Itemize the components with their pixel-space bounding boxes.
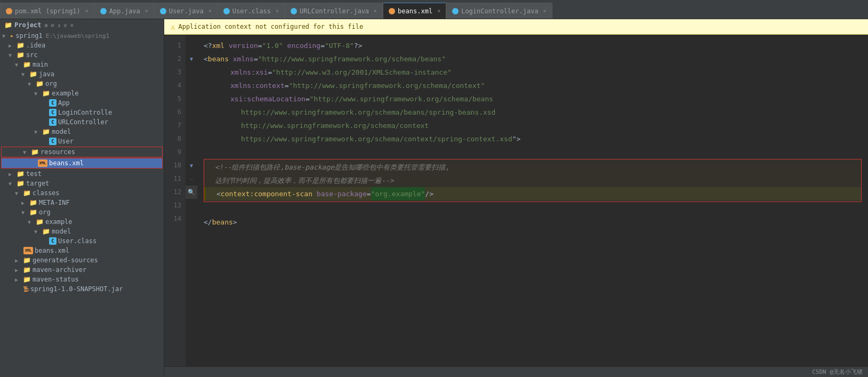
- tab-beans[interactable]: beans.xml ×: [383, 3, 446, 19]
- tab-login[interactable]: LoginController.java ×: [446, 3, 552, 19]
- folder-main-icon: 📁: [23, 61, 31, 68]
- tree-example-label: example: [52, 90, 79, 97]
- tree-item-src[interactable]: ▼ 📁 src: [0, 50, 164, 60]
- tree-target-label: target: [26, 180, 49, 187]
- tab-app-label: App.java: [109, 7, 140, 15]
- tree-arrow-model2: ▼: [34, 229, 41, 235]
- tree-item-beans-xml[interactable]: XML beans.xml: [1, 158, 163, 169]
- tree-spring1-label: spring1: [15, 32, 43, 39]
- tree-item-logincontroller[interactable]: C LoginControlle: [0, 108, 164, 117]
- code-line-12: <context:component-scan base-package="or…: [204, 187, 861, 200]
- tab-beans-label: beans.xml: [398, 7, 432, 15]
- folder-org2-icon: 📁: [29, 208, 37, 216]
- tree-item-java[interactable]: ▼ 📁 java: [0, 69, 164, 79]
- tree-item-spring1[interactable]: ▼ ▸ spring1 E:\javaweb\spring1: [0, 31, 164, 41]
- tree-maven-archiver-label: maven-archiver: [33, 266, 86, 274]
- tree-item-classes[interactable]: ▼ 📁 classes: [0, 188, 164, 198]
- editor-area: ⚠ Application context not configured for…: [164, 19, 868, 377]
- gutter: ▼ ▼ – 🔍: [186, 35, 197, 366]
- beans-file-icon: XML: [38, 159, 47, 167]
- tree-item-resources[interactable]: ▼ 📁 resources: [1, 147, 163, 157]
- tree-item-user-class[interactable]: C User.class: [0, 236, 164, 246]
- tree-meta-inf-label: META-INF: [39, 199, 70, 206]
- tree-item-target[interactable]: ▼ 📁 target: [0, 179, 164, 188]
- tab-url-close[interactable]: ×: [374, 8, 377, 14]
- tree-generated-label: generated-sources: [33, 256, 98, 264]
- tab-beans-close[interactable]: ×: [437, 8, 440, 14]
- code-line-11: 达到节约时间，提高效率，而不是所有包都要扫描一遍-->: [204, 174, 861, 187]
- tree-beans-xml-label: beans.xml: [49, 159, 84, 167]
- folder-example2-icon: 📁: [36, 218, 44, 226]
- line-num-7: 7: [164, 119, 181, 132]
- gutter-5: [186, 92, 197, 106]
- tree-item-model[interactable]: ▼ 📁 model: [0, 127, 164, 137]
- folder-generated-icon: 📁: [23, 256, 31, 264]
- tree-item-app[interactable]: C App: [0, 98, 164, 108]
- tree-item-maven-status[interactable]: ▶ 📁 maven-status: [0, 275, 164, 284]
- tree-item-beans-xml2[interactable]: XML beans.xml: [0, 246, 164, 255]
- tree-item-idea[interactable]: ▶ 📁 .idea: [0, 41, 164, 50]
- tree-resources-label: resources: [41, 148, 75, 156]
- tree-spring1-path: E:\javaweb\spring1: [46, 33, 109, 39]
- tab-pom[interactable]: pom.xml (spring1) ×: [0, 3, 94, 19]
- beans2-file-icon: XML: [23, 247, 33, 254]
- folder-src-icon: 📁: [17, 51, 25, 59]
- gutter-12[interactable]: 🔍: [186, 186, 197, 199]
- line-num-6: 6: [164, 106, 181, 119]
- line-num-14: 14: [164, 212, 181, 226]
- tree-item-meta-inf[interactable]: ▶ 📁 META-INF: [0, 198, 164, 207]
- code-editor[interactable]: 1 2 3 4 5 6 7 8 9 10 11 12 13 14: [164, 35, 868, 366]
- tree-arrow-main: ▼: [15, 62, 21, 68]
- tree-arrow-idea: ▶: [9, 43, 15, 49]
- jar-file-icon: 🗜: [23, 286, 29, 293]
- tree-item-org2[interactable]: ▼ 📁 org: [0, 207, 164, 217]
- tab-app-close[interactable]: ×: [145, 8, 148, 14]
- tab-user-java-close[interactable]: ×: [208, 8, 212, 14]
- tree-beans-xml2-label: beans.xml: [35, 247, 69, 254]
- gutter-11[interactable]: –: [186, 172, 197, 186]
- tab-login-close[interactable]: ×: [543, 8, 546, 14]
- tree-arrow-maven-status: ▶: [15, 277, 21, 283]
- line-num-2: 2: [164, 52, 181, 66]
- tree-arrow-model: ▼: [34, 129, 41, 135]
- line-num-13: 13: [164, 199, 181, 212]
- tree-item-maven-archiver[interactable]: ▶ 📁 maven-archiver: [0, 265, 164, 275]
- gutter-9: [186, 146, 197, 159]
- gutter-10[interactable]: ▼: [186, 159, 197, 172]
- tree-item-example2[interactable]: ▼ 📁 example: [0, 217, 164, 227]
- tab-app[interactable]: App.java ×: [94, 3, 154, 19]
- tab-user-class[interactable]: User.class ×: [218, 3, 285, 19]
- tree-item-test[interactable]: ▶ 📁 test: [0, 169, 164, 179]
- sidebar-arrows[interactable]: ⊕ ⊖ ↕ ⚙ ×: [45, 22, 74, 28]
- tree-item-model2[interactable]: ▼ 📁 model: [0, 227, 164, 236]
- tree-item-example[interactable]: ▼ 📁 example: [0, 89, 164, 98]
- tree-item-user[interactable]: C User: [0, 137, 164, 146]
- tree-arrow-classes: ▼: [15, 190, 21, 196]
- tab-user-java[interactable]: User.java ×: [154, 3, 218, 19]
- tree-arrow-java: ▼: [21, 71, 28, 77]
- tree-classes-label: classes: [33, 189, 60, 197]
- tree-item-jar[interactable]: 🗜 spring1-1.0-SNAPSHOT.jar: [0, 284, 164, 294]
- code-content[interactable]: <?xml version="1.0" encoding="UTF-8"?> <…: [197, 35, 868, 366]
- gutter-2[interactable]: ▼: [186, 52, 197, 66]
- line-num-10: 10: [164, 159, 181, 172]
- watermark-text: CSDN @无名小飞猪: [812, 368, 863, 376]
- folder-maven-status-icon: 📁: [23, 276, 31, 283]
- folder-test-icon: 📁: [17, 170, 25, 178]
- line-num-1: 1: [164, 39, 181, 52]
- tree-item-urlcontroller[interactable]: C URLController: [0, 117, 164, 127]
- code-line-6: https://www.springframework.org/schema/b…: [204, 106, 862, 119]
- app-file-icon: C: [49, 99, 57, 107]
- tab-user-class-close[interactable]: ×: [276, 8, 279, 14]
- tree-arrow-maven-archiver: ▶: [15, 267, 21, 273]
- gutter-6: [186, 106, 197, 119]
- tab-login-label: LoginController.java: [461, 7, 539, 15]
- tree-model-label: model: [52, 128, 71, 135]
- line-num-4: 4: [164, 79, 181, 92]
- tree-item-generated[interactable]: ▶ 📁 generated-sources: [0, 255, 164, 265]
- tree-item-org[interactable]: ▼ 📁 org: [0, 79, 164, 89]
- tree-item-main[interactable]: ▼ 📁 main: [0, 60, 164, 69]
- tab-url[interactable]: URLController.java ×: [285, 3, 383, 19]
- folder-java-icon: 📁: [29, 70, 37, 78]
- tab-pom-close[interactable]: ×: [85, 8, 89, 14]
